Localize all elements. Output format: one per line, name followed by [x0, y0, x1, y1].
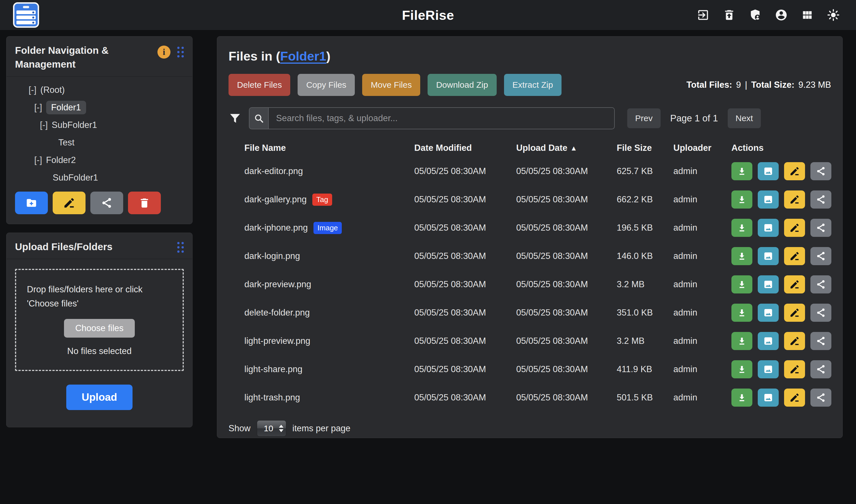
- copy-files-button[interactable]: Copy Files: [298, 74, 355, 96]
- file-name[interactable]: light-preview.png: [244, 336, 310, 346]
- share-folder-button[interactable]: [90, 192, 123, 214]
- tree-item-subfolder1[interactable]: SubFolder1: [6, 169, 192, 186]
- preview-image-button[interactable]: [758, 275, 779, 293]
- logout-icon[interactable]: [696, 8, 710, 22]
- download-file-button[interactable]: [731, 247, 752, 265]
- search-icon[interactable]: [249, 107, 268, 129]
- search-input[interactable]: [268, 107, 615, 129]
- drag-handle-icon[interactable]: [177, 47, 184, 57]
- download-file-button[interactable]: [731, 332, 752, 350]
- col-file-name[interactable]: File Name: [244, 143, 414, 153]
- share-file-button[interactable]: [810, 389, 832, 407]
- col-upload-date[interactable]: Upload Date ▲: [516, 143, 617, 153]
- next-page-button[interactable]: Next: [728, 108, 761, 128]
- admin-settings-icon[interactable]: [748, 8, 762, 22]
- file-name[interactable]: dark-iphone.png: [244, 223, 308, 233]
- share-file-button[interactable]: [810, 275, 832, 293]
- preview-image-button[interactable]: [758, 219, 779, 237]
- file-name[interactable]: dark-gallery.png: [244, 194, 307, 204]
- account-icon[interactable]: [774, 8, 788, 22]
- edit-file-button[interactable]: [784, 219, 805, 237]
- download-file-button[interactable]: [731, 191, 752, 209]
- file-name[interactable]: dark-login.png: [244, 251, 300, 261]
- col-uploader[interactable]: Uploader: [674, 143, 731, 153]
- file-name[interactable]: dark-preview.png: [244, 279, 311, 289]
- upload-button[interactable]: Upload: [66, 384, 132, 410]
- tree-toggle[interactable]: [-]: [29, 85, 36, 95]
- file-name[interactable]: dark-editor.png: [244, 166, 303, 176]
- tree-toggle[interactable]: [-]: [34, 155, 42, 165]
- grid-view-icon[interactable]: [801, 8, 814, 22]
- download-file-button[interactable]: [731, 360, 752, 378]
- col-actions: Actions: [731, 143, 831, 153]
- share-file-button[interactable]: [810, 332, 832, 350]
- tree-toggle[interactable]: [-]: [40, 120, 48, 130]
- restore-trash-icon[interactable]: [722, 8, 736, 22]
- download-file-button[interactable]: [731, 275, 752, 293]
- file-name[interactable]: light-trash.png: [244, 393, 300, 403]
- preview-image-button[interactable]: [758, 360, 779, 378]
- share-file-button[interactable]: [810, 360, 832, 378]
- filter-icon[interactable]: [228, 112, 242, 125]
- tree-item-folder2[interactable]: [-]Folder2: [6, 151, 192, 169]
- preview-image-button[interactable]: [758, 304, 779, 322]
- edit-file-button[interactable]: [784, 332, 805, 350]
- edit-file-button[interactable]: [784, 360, 805, 378]
- download-file-button[interactable]: [731, 162, 752, 180]
- tree-item-subfolder1[interactable]: [-]SubFolder1: [6, 116, 192, 134]
- edit-file-button[interactable]: [784, 275, 805, 293]
- create-folder-button[interactable]: [15, 192, 48, 214]
- info-icon[interactable]: [157, 46, 171, 58]
- drag-handle-icon[interactable]: [177, 242, 184, 253]
- edit-file-button[interactable]: [784, 162, 805, 180]
- tree-label[interactable]: Test: [58, 138, 74, 148]
- preview-image-button[interactable]: [758, 191, 779, 209]
- download-file-button[interactable]: [731, 219, 752, 237]
- edit-file-button[interactable]: [784, 304, 805, 322]
- topbar: FileRise: [0, 0, 856, 30]
- tree-item-root[interactable]: [-](Root): [6, 81, 192, 99]
- share-file-button[interactable]: [810, 219, 832, 237]
- preview-image-button[interactable]: [758, 389, 779, 407]
- tree-label[interactable]: Folder2: [46, 155, 76, 165]
- light-mode-icon[interactable]: [826, 8, 840, 22]
- total-size-value: 9.23 MB: [799, 80, 831, 90]
- file-size: 501.5 KB: [617, 393, 674, 403]
- download-icon: [736, 222, 747, 233]
- extract-zip-button[interactable]: Extract Zip: [504, 74, 561, 96]
- tree-label[interactable]: (Root): [40, 85, 65, 95]
- rename-folder-button[interactable]: [53, 192, 86, 214]
- tree-label[interactable]: SubFolder1: [53, 173, 98, 183]
- delete-files-button[interactable]: Delete Files: [228, 74, 290, 96]
- tree-toggle[interactable]: [-]: [34, 103, 42, 113]
- preview-image-button[interactable]: [758, 332, 779, 350]
- delete-folder-button[interactable]: [128, 192, 161, 214]
- edit-file-button[interactable]: [784, 247, 805, 265]
- file-name[interactable]: delete-folder.png: [244, 308, 310, 318]
- share-file-button[interactable]: [810, 191, 832, 209]
- edit-file-button[interactable]: [784, 389, 805, 407]
- share-file-button[interactable]: [810, 162, 832, 180]
- preview-image-button[interactable]: [758, 247, 779, 265]
- app-logo[interactable]: [13, 2, 39, 28]
- prev-page-button[interactable]: Prev: [627, 108, 661, 128]
- items-per-page-select[interactable]: 10: [257, 420, 286, 437]
- share-file-button[interactable]: [810, 304, 832, 322]
- tree-label[interactable]: Folder1: [46, 101, 86, 114]
- col-date-modified[interactable]: Date Modified: [414, 143, 516, 153]
- tree-item-folder1[interactable]: [-]Folder1: [6, 99, 192, 116]
- file-name[interactable]: light-share.png: [244, 364, 302, 374]
- download-zip-button[interactable]: Download Zip: [427, 74, 496, 96]
- current-folder-link[interactable]: Folder1: [280, 49, 327, 64]
- col-file-size[interactable]: File Size: [617, 143, 674, 153]
- dropzone[interactable]: Drop files/folders here or click 'Choose…: [15, 269, 184, 371]
- download-file-button[interactable]: [731, 304, 752, 322]
- choose-files-button[interactable]: Choose files: [64, 319, 135, 338]
- preview-image-button[interactable]: [758, 162, 779, 180]
- share-file-button[interactable]: [810, 247, 832, 265]
- edit-file-button[interactable]: [784, 191, 805, 209]
- download-file-button[interactable]: [731, 389, 752, 407]
- move-files-button[interactable]: Move Files: [362, 74, 420, 96]
- tree-label[interactable]: SubFolder1: [52, 120, 97, 130]
- tree-item-test[interactable]: Test: [6, 134, 192, 151]
